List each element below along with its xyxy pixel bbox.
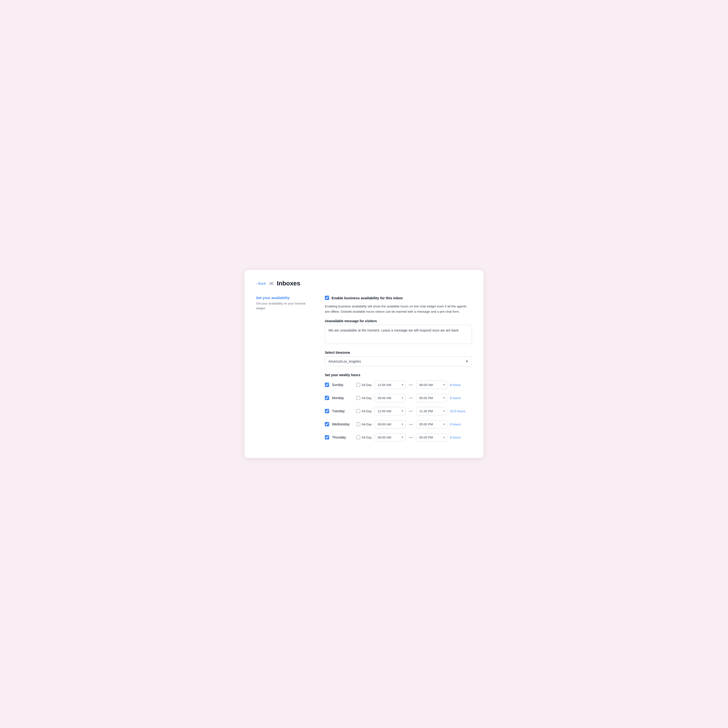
hours-label-tuesday: 23.5 hours xyxy=(450,409,465,413)
header: ‹ Back ✉ Inboxes xyxy=(256,280,472,287)
day-name-monday: Monday xyxy=(332,396,353,400)
hours-label-thursday: 8 hours xyxy=(450,436,464,439)
end-time-select-wednesday[interactable]: 12:00 AM12:30 AM01:00 AM01:30 AM02:00 AM… xyxy=(416,420,447,428)
back-link[interactable]: ‹ Back xyxy=(256,281,266,285)
day-name-wednesday: Wednesday xyxy=(332,422,353,426)
day-rows-container: SundayAll-Day12:00 AM12:30 AM01:00 AM01:… xyxy=(325,381,472,442)
timezone-label: Select timezone xyxy=(325,351,472,355)
day-name-sunday: Sunday xyxy=(332,383,353,387)
end-time-select-monday[interactable]: 12:00 AM12:30 AM01:00 AM01:30 AM02:00 AM… xyxy=(416,394,447,402)
end-time-wrapper-tuesday: 12:00 AM12:30 AM01:00 AM01:30 AM02:00 AM… xyxy=(416,407,447,415)
day-row: MondayAll-Day12:00 AM12:30 AM01:00 AM01:… xyxy=(325,394,472,402)
unavailable-message-textarea[interactable]: We are unavailable at the moment. Leave … xyxy=(325,325,472,344)
sidebar: Set your availability Set your availabil… xyxy=(256,296,314,446)
day-checkbox-monday[interactable] xyxy=(325,396,329,400)
enable-availability-checkbox[interactable] xyxy=(325,296,329,300)
day-row: TuesdayAll-Day12:00 AM12:30 AM01:00 AM01… xyxy=(325,407,472,415)
allday-label-tuesday: All-Day xyxy=(362,409,372,413)
allday-checkbox-thursday[interactable] xyxy=(356,436,360,439)
day-checkbox-thursday[interactable] xyxy=(325,435,329,439)
end-time-select-thursday[interactable]: 12:00 AM12:30 AM01:00 AM01:30 AM02:00 AM… xyxy=(416,433,447,442)
back-chevron-icon: ‹ xyxy=(256,281,257,285)
main-content: Enable business availability for this in… xyxy=(325,296,472,446)
allday-label-wednesday: All-Day xyxy=(362,422,372,426)
allday-label-thursday: All-Day xyxy=(362,436,372,439)
start-time-wrapper-thursday: 12:00 AM12:30 AM01:00 AM01:30 AM02:00 AM… xyxy=(375,433,405,442)
day-row: SundayAll-Day12:00 AM12:30 AM01:00 AM01:… xyxy=(325,381,472,389)
end-time-select-tuesday[interactable]: 12:00 AM12:30 AM01:00 AM01:30 AM02:00 AM… xyxy=(416,407,447,415)
end-time-wrapper-sunday: 12:00 AM12:30 AM01:00 AM01:30 AM02:00 AM… xyxy=(416,381,447,389)
start-time-select-thursday[interactable]: 12:00 AM12:30 AM01:00 AM01:30 AM02:00 AM… xyxy=(375,433,405,442)
day-checkbox-sunday[interactable] xyxy=(325,382,329,387)
start-time-wrapper-tuesday: 12:00 AM12:30 AM01:00 AM01:30 AM02:00 AM… xyxy=(375,407,405,415)
time-dash: — xyxy=(408,382,413,387)
time-dash: — xyxy=(408,435,413,439)
sidebar-description: Set your availability on your livechat w… xyxy=(256,301,314,310)
back-label: Back xyxy=(258,281,266,285)
inbox-icon: ✉ xyxy=(269,281,274,286)
allday-checkbox-wednesday[interactable] xyxy=(356,422,360,426)
hours-label-wednesday: 8 hours xyxy=(450,422,464,426)
allday-checkbox-tuesday[interactable] xyxy=(356,409,360,413)
settings-card: ‹ Back ✉ Inboxes Set your availability S… xyxy=(245,270,483,457)
allday-checkbox-monday[interactable] xyxy=(356,396,360,400)
day-row: WednesdayAll-Day12:00 AM12:30 AM01:00 AM… xyxy=(325,420,472,428)
allday-wrapper-sunday: All-Day xyxy=(356,383,372,387)
allday-label-sunday: All-Day xyxy=(362,383,372,387)
day-name-tuesday: Tuesday xyxy=(332,409,353,413)
sidebar-title: Set your availability xyxy=(256,296,314,300)
unavailable-message-label: Unavailable message for visitors xyxy=(325,319,472,323)
allday-wrapper-monday: All-Day xyxy=(356,396,372,400)
allday-checkbox-sunday[interactable] xyxy=(356,383,360,387)
allday-wrapper-tuesday: All-Day xyxy=(356,409,372,413)
end-time-wrapper-monday: 12:00 AM12:30 AM01:00 AM01:30 AM02:00 AM… xyxy=(416,394,447,402)
end-time-select-sunday[interactable]: 12:00 AM12:30 AM01:00 AM01:30 AM02:00 AM… xyxy=(416,381,447,389)
end-time-wrapper-thursday: 12:00 AM12:30 AM01:00 AM01:30 AM02:00 AM… xyxy=(416,433,447,442)
hours-label-sunday: 8 hours xyxy=(450,383,464,387)
start-time-wrapper-wednesday: 12:00 AM12:30 AM01:00 AM01:30 AM02:00 AM… xyxy=(375,420,405,428)
weekly-hours-title: Set your weekly hours xyxy=(325,373,472,377)
enable-availability-row: Enable business availability for this in… xyxy=(325,296,472,300)
start-time-select-tuesday[interactable]: 12:00 AM12:30 AM01:00 AM01:30 AM02:00 AM… xyxy=(375,407,405,415)
time-dash: — xyxy=(408,409,413,413)
page-title: Inboxes xyxy=(277,280,300,287)
info-text: Enabling business availability will show… xyxy=(325,304,472,314)
start-time-select-wednesday[interactable]: 12:00 AM12:30 AM01:00 AM01:30 AM02:00 AM… xyxy=(375,420,405,428)
end-time-wrapper-wednesday: 12:00 AM12:30 AM01:00 AM01:30 AM02:00 AM… xyxy=(416,420,447,428)
hours-label-monday: 8 hours xyxy=(450,396,464,400)
day-checkbox-wednesday[interactable] xyxy=(325,422,329,426)
timezone-select-wrapper: America/Los_Angeles America/New_York Ame… xyxy=(325,356,472,366)
time-dash: — xyxy=(408,396,413,400)
day-row: ThursdayAll-Day12:00 AM12:30 AM01:00 AM0… xyxy=(325,433,472,442)
timezone-select[interactable]: America/Los_Angeles America/New_York Ame… xyxy=(325,356,472,366)
start-time-wrapper-monday: 12:00 AM12:30 AM01:00 AM01:30 AM02:00 AM… xyxy=(375,394,405,402)
day-checkbox-tuesday[interactable] xyxy=(325,409,329,413)
enable-availability-label: Enable business availability for this in… xyxy=(332,296,403,300)
start-time-select-monday[interactable]: 12:00 AM12:30 AM01:00 AM01:30 AM02:00 AM… xyxy=(375,394,405,402)
allday-wrapper-wednesday: All-Day xyxy=(356,422,372,426)
content: Set your availability Set your availabil… xyxy=(256,296,472,446)
day-name-thursday: Thursday xyxy=(332,436,353,439)
allday-label-monday: All-Day xyxy=(362,396,372,400)
start-time-wrapper-sunday: 12:00 AM12:30 AM01:00 AM01:30 AM02:00 AM… xyxy=(375,381,405,389)
allday-wrapper-thursday: All-Day xyxy=(356,436,372,439)
time-dash: — xyxy=(408,422,413,426)
start-time-select-sunday[interactable]: 12:00 AM12:30 AM01:00 AM01:30 AM02:00 AM… xyxy=(375,381,405,389)
